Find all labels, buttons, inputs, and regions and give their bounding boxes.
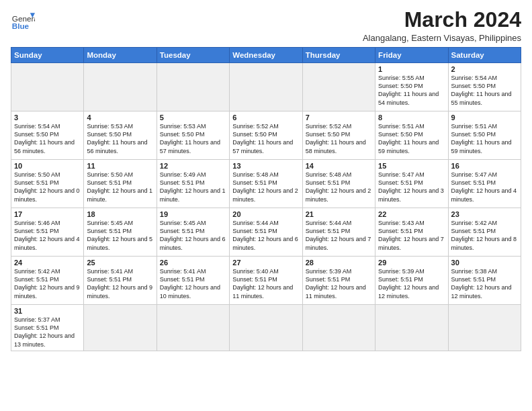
- day-cell: 15Sunrise: 5:47 AM Sunset: 5:51 PM Dayli…: [375, 160, 448, 208]
- day-cell: 23Sunrise: 5:42 AM Sunset: 5:51 PM Dayli…: [448, 208, 521, 257]
- day-info: Sunrise: 5:50 AM Sunset: 5:51 PM Dayligh…: [14, 171, 81, 203]
- day-cell: 17Sunrise: 5:46 AM Sunset: 5:51 PM Dayli…: [11, 208, 84, 257]
- day-info: Sunrise: 5:38 AM Sunset: 5:51 PM Dayligh…: [451, 267, 518, 300]
- day-info: Sunrise: 5:54 AM Sunset: 5:50 PM Dayligh…: [14, 122, 81, 155]
- day-number: 18: [87, 210, 153, 218]
- day-info: Sunrise: 5:43 AM Sunset: 5:51 PM Dayligh…: [378, 219, 445, 252]
- day-cell: 22Sunrise: 5:43 AM Sunset: 5:51 PM Dayli…: [375, 208, 448, 257]
- week-row-3: 17Sunrise: 5:46 AM Sunset: 5:51 PM Dayli…: [11, 208, 521, 257]
- day-number: 5: [160, 113, 226, 122]
- day-info: Sunrise: 5:54 AM Sunset: 5:50 PM Dayligh…: [451, 74, 518, 107]
- day-cell: 4Sunrise: 5:53 AM Sunset: 5:50 PM Daylig…: [84, 111, 157, 160]
- day-number: 26: [160, 259, 226, 267]
- day-info: Sunrise: 5:39 AM Sunset: 5:51 PM Dayligh…: [306, 267, 372, 300]
- day-number: 25: [87, 259, 153, 267]
- subtitle: Alangalang, Eastern Visayas, Philippines: [363, 33, 521, 43]
- day-cell: [84, 63, 157, 111]
- day-cell: 12Sunrise: 5:49 AM Sunset: 5:51 PM Dayli…: [157, 160, 229, 208]
- col-wednesday: Wednesday: [230, 48, 302, 63]
- day-cell: 24Sunrise: 5:42 AM Sunset: 5:51 PM Dayli…: [11, 257, 84, 305]
- day-number: 31: [14, 307, 81, 315]
- calendar-table: Sunday Monday Tuesday Wednesday Thursday…: [11, 47, 521, 351]
- day-number: 20: [232, 210, 299, 218]
- col-sunday: Sunday: [11, 48, 84, 63]
- week-row-5: 31Sunrise: 5:37 AM Sunset: 5:51 PM Dayli…: [11, 305, 521, 351]
- day-number: 4: [87, 113, 153, 122]
- logo-icon: General Blue: [11, 8, 35, 32]
- logo: General Blue: [11, 8, 35, 32]
- day-cell: 31Sunrise: 5:37 AM Sunset: 5:51 PM Dayli…: [11, 305, 84, 351]
- day-info: Sunrise: 5:37 AM Sunset: 5:51 PM Dayligh…: [14, 316, 81, 349]
- day-info: Sunrise: 5:52 AM Sunset: 5:50 PM Dayligh…: [232, 122, 299, 155]
- day-cell: [448, 305, 521, 351]
- day-number: 30: [451, 259, 518, 267]
- week-row-4: 24Sunrise: 5:42 AM Sunset: 5:51 PM Dayli…: [11, 257, 521, 305]
- day-number: 6: [232, 113, 299, 122]
- day-cell: [157, 305, 229, 351]
- day-number: 11: [87, 162, 153, 170]
- day-cell: 25Sunrise: 5:41 AM Sunset: 5:51 PM Dayli…: [84, 257, 157, 305]
- day-number: 24: [14, 259, 81, 267]
- day-number: 9: [451, 113, 518, 122]
- day-cell: 16Sunrise: 5:47 AM Sunset: 5:51 PM Dayli…: [448, 160, 521, 208]
- day-number: 10: [14, 162, 81, 170]
- col-friday: Friday: [375, 48, 448, 63]
- day-info: Sunrise: 5:41 AM Sunset: 5:51 PM Dayligh…: [87, 267, 153, 300]
- day-number: 1: [378, 65, 445, 73]
- day-info: Sunrise: 5:42 AM Sunset: 5:51 PM Dayligh…: [451, 219, 518, 252]
- day-cell: [302, 305, 375, 351]
- day-info: Sunrise: 5:51 AM Sunset: 5:50 PM Dayligh…: [378, 122, 445, 155]
- month-title: March 2024: [363, 8, 521, 32]
- day-cell: 7Sunrise: 5:52 AM Sunset: 5:50 PM Daylig…: [302, 111, 375, 160]
- day-info: Sunrise: 5:40 AM Sunset: 5:51 PM Dayligh…: [232, 267, 299, 300]
- day-cell: 10Sunrise: 5:50 AM Sunset: 5:51 PM Dayli…: [11, 160, 84, 208]
- day-number: 27: [232, 259, 299, 267]
- day-info: Sunrise: 5:45 AM Sunset: 5:51 PM Dayligh…: [87, 219, 153, 252]
- day-number: 22: [378, 210, 445, 218]
- day-number: 15: [378, 162, 445, 170]
- day-cell: 1Sunrise: 5:55 AM Sunset: 5:50 PM Daylig…: [375, 63, 448, 111]
- day-info: Sunrise: 5:44 AM Sunset: 5:51 PM Dayligh…: [306, 219, 372, 252]
- day-cell: 2Sunrise: 5:54 AM Sunset: 5:50 PM Daylig…: [448, 63, 521, 111]
- day-cell: 28Sunrise: 5:39 AM Sunset: 5:51 PM Dayli…: [302, 257, 375, 305]
- day-info: Sunrise: 5:50 AM Sunset: 5:51 PM Dayligh…: [87, 171, 153, 203]
- day-cell: 11Sunrise: 5:50 AM Sunset: 5:51 PM Dayli…: [84, 160, 157, 208]
- day-cell: 29Sunrise: 5:39 AM Sunset: 5:51 PM Dayli…: [375, 257, 448, 305]
- day-info: Sunrise: 5:55 AM Sunset: 5:50 PM Dayligh…: [378, 74, 445, 107]
- day-cell: 30Sunrise: 5:38 AM Sunset: 5:51 PM Dayli…: [448, 257, 521, 305]
- day-info: Sunrise: 5:39 AM Sunset: 5:51 PM Dayligh…: [378, 267, 445, 300]
- day-info: Sunrise: 5:44 AM Sunset: 5:51 PM Dayligh…: [232, 219, 299, 252]
- day-cell: [302, 63, 375, 111]
- day-info: Sunrise: 5:47 AM Sunset: 5:51 PM Dayligh…: [378, 171, 445, 203]
- day-info: Sunrise: 5:53 AM Sunset: 5:50 PM Dayligh…: [160, 122, 226, 155]
- day-cell: [230, 63, 302, 111]
- day-cell: [157, 63, 229, 111]
- day-number: 16: [451, 162, 518, 170]
- title-area: March 2024 Alangalang, Eastern Visayas, …: [363, 8, 521, 43]
- col-tuesday: Tuesday: [157, 48, 229, 63]
- day-cell: 20Sunrise: 5:44 AM Sunset: 5:51 PM Dayli…: [230, 208, 302, 257]
- day-info: Sunrise: 5:51 AM Sunset: 5:50 PM Dayligh…: [451, 122, 518, 155]
- day-cell: [375, 305, 448, 351]
- day-number: 3: [14, 113, 81, 122]
- day-info: Sunrise: 5:42 AM Sunset: 5:51 PM Dayligh…: [14, 267, 81, 300]
- day-cell: 19Sunrise: 5:45 AM Sunset: 5:51 PM Dayli…: [157, 208, 229, 257]
- day-info: Sunrise: 5:48 AM Sunset: 5:51 PM Dayligh…: [232, 171, 299, 203]
- day-number: 14: [306, 162, 372, 170]
- week-row-0: 1Sunrise: 5:55 AM Sunset: 5:50 PM Daylig…: [11, 63, 521, 111]
- day-info: Sunrise: 5:46 AM Sunset: 5:51 PM Dayligh…: [14, 219, 81, 252]
- page: General Blue March 2024 Alangalang, East…: [0, 0, 532, 357]
- day-info: Sunrise: 5:53 AM Sunset: 5:50 PM Dayligh…: [87, 122, 153, 155]
- day-number: 23: [451, 210, 518, 218]
- day-info: Sunrise: 5:52 AM Sunset: 5:50 PM Dayligh…: [306, 122, 372, 155]
- week-row-2: 10Sunrise: 5:50 AM Sunset: 5:51 PM Dayli…: [11, 160, 521, 208]
- day-cell: 14Sunrise: 5:48 AM Sunset: 5:51 PM Dayli…: [302, 160, 375, 208]
- day-cell: 5Sunrise: 5:53 AM Sunset: 5:50 PM Daylig…: [157, 111, 229, 160]
- day-info: Sunrise: 5:41 AM Sunset: 5:51 PM Dayligh…: [160, 267, 226, 300]
- day-cell: 9Sunrise: 5:51 AM Sunset: 5:50 PM Daylig…: [448, 111, 521, 160]
- svg-text:Blue: Blue: [12, 21, 30, 30]
- day-cell: 3Sunrise: 5:54 AM Sunset: 5:50 PM Daylig…: [11, 111, 84, 160]
- day-info: Sunrise: 5:48 AM Sunset: 5:51 PM Dayligh…: [306, 171, 372, 203]
- day-cell: 21Sunrise: 5:44 AM Sunset: 5:51 PM Dayli…: [302, 208, 375, 257]
- col-thursday: Thursday: [302, 48, 375, 63]
